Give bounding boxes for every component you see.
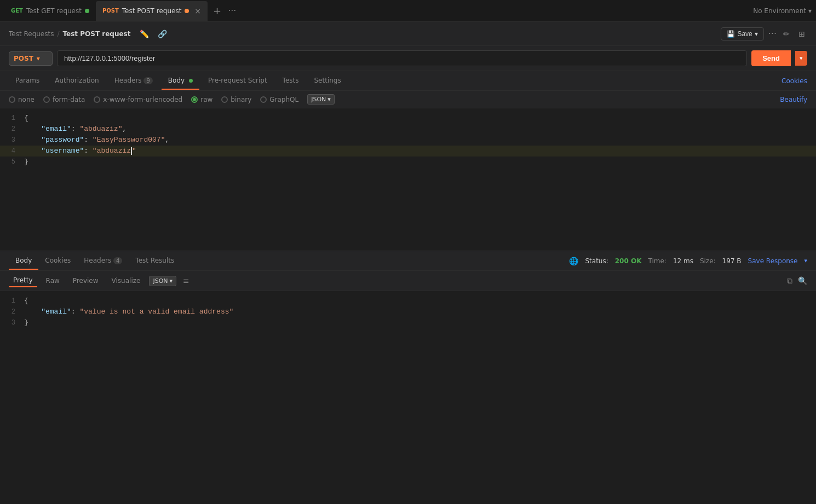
line-content-2: "email": "abduaziz", — [22, 124, 816, 135]
time-label: Time: — [648, 257, 666, 265]
tab-pre-request[interactable]: Pre-request Script — [202, 72, 274, 90]
app-container: GET Test GET request POST Test POST requ… — [0, 0, 816, 504]
status-code: 200 OK — [615, 257, 642, 265]
response-section: Body Cookies Headers 4 Test Results 🌐 St… — [0, 251, 816, 333]
radio-graphql-dot — [260, 96, 267, 103]
response-headers-badge: 4 — [113, 257, 122, 264]
resp-tab-preview[interactable]: Preview — [68, 275, 103, 287]
request-nav-tabs: Params Authorization Headers 9 Body Pre-… — [0, 71, 816, 91]
response-actions: ⧉ 🔍 — [787, 276, 807, 286]
response-tab-cookies[interactable]: Cookies — [38, 252, 77, 270]
url-bar: POST ▾ Send ▾ — [0, 46, 816, 71]
resp-tab-raw[interactable]: Raw — [42, 275, 64, 287]
tab-more-button[interactable]: ··· — [225, 5, 239, 16]
body-type-binary[interactable]: binary — [221, 96, 251, 103]
link-icon[interactable]: 🔗 — [156, 28, 169, 39]
editor-line-5: 5 } — [0, 157, 816, 167]
beautify-button[interactable]: Beautify — [780, 96, 807, 103]
body-type-none[interactable]: none — [9, 96, 35, 103]
tab-tests[interactable]: Tests — [276, 72, 306, 90]
editor-content: 1 { 2 "email": "abduaziz", 3 "password":… — [0, 108, 816, 172]
tab-post-dot — [185, 9, 189, 13]
copy-icon[interactable]: ⧉ — [787, 276, 792, 286]
size-label: Size: — [700, 257, 716, 265]
search-icon[interactable]: 🔍 — [798, 276, 807, 286]
tab-headers[interactable]: Headers 9 — [108, 72, 159, 90]
more-actions-button[interactable]: ··· — [768, 28, 777, 39]
line-number-1: 1 — [0, 113, 22, 124]
tab-body[interactable]: Body — [162, 72, 199, 90]
radio-none-dot — [9, 96, 15, 103]
response-line-number-1: 1 — [0, 296, 22, 306]
headers-badge: 9 — [143, 77, 152, 84]
editor-line-2: 2 "email": "abduaziz", — [0, 124, 816, 135]
breadcrumb: Test Requests / Test POST request — [9, 30, 131, 38]
env-label: No Environment — [753, 7, 806, 15]
response-json-chevron-icon: ▾ — [170, 277, 173, 285]
line-number-4: 4 — [0, 146, 22, 157]
request-editor[interactable]: 1 { 2 "email": "abduaziz", 3 "password":… — [0, 108, 816, 251]
save-button[interactable]: 💾 Save ▾ — [721, 27, 763, 40]
add-tab-button[interactable]: + — [210, 5, 225, 16]
line-number-3: 3 — [0, 135, 22, 146]
editor-line-3: 3 "password": "EasyPassword007", — [0, 135, 816, 146]
breadcrumb-parent[interactable]: Test Requests — [9, 30, 54, 38]
response-json-selector[interactable]: JSON ▾ — [149, 276, 176, 286]
response-line-content-1: { — [22, 296, 816, 306]
response-tab-test-results[interactable]: Test Results — [129, 252, 181, 270]
tab-get-request[interactable]: GET Test GET request — [4, 1, 96, 21]
tab-post-label: Test POST request — [122, 7, 182, 15]
radio-binary-dot — [221, 96, 228, 103]
resp-tab-visualize[interactable]: Visualize — [107, 275, 145, 287]
response-tab-headers[interactable]: Headers 4 — [77, 252, 129, 270]
line-content-3: "password": "EasyPassword007", — [22, 135, 816, 146]
send-caret-button[interactable]: ▾ — [795, 51, 807, 66]
method-selector[interactable]: POST ▾ — [9, 51, 53, 66]
breadcrumb-separator: / — [57, 30, 59, 38]
tab-authorization[interactable]: Authorization — [48, 72, 105, 90]
response-line-content-3: } — [22, 317, 816, 328]
body-type-urlencoded[interactable]: x-www-form-urlencoded — [94, 96, 182, 103]
url-input[interactable] — [57, 50, 747, 66]
response-tabs-bar: Body Cookies Headers 4 Test Results 🌐 St… — [0, 251, 816, 271]
edit-title-button[interactable]: ✏️ — [137, 28, 151, 39]
tab-get-dot — [85, 9, 89, 13]
json-format-selector[interactable]: JSON ▾ — [307, 94, 335, 105]
title-bar: Test Requests / Test POST request ✏️ 🔗 💾… — [0, 22, 816, 46]
body-type-raw[interactable]: raw — [191, 96, 212, 103]
layout-icon[interactable]: ⊞ — [796, 28, 807, 39]
resp-tab-pretty[interactable]: Pretty — [9, 274, 37, 287]
line-number-5: 5 — [0, 157, 22, 167]
response-status: 🌐 Status: 200 OK Time: 12 ms Size: 197 B… — [569, 257, 807, 265]
send-button[interactable]: Send — [751, 50, 791, 66]
tab-get-method: GET — [11, 8, 23, 14]
pencil-icon[interactable]: ✏ — [781, 28, 792, 39]
save-response-button[interactable]: Save Response — [748, 257, 798, 265]
body-type-graphql[interactable]: GraphQL — [260, 96, 298, 103]
editor-line-4: 4 "username": "abduaziz" — [0, 146, 816, 157]
line-content-4: "username": "abduaziz" — [22, 146, 816, 157]
response-line-content-2: "email": "value is not a valid email add… — [22, 306, 816, 317]
environment-selector[interactable]: No Environment ▾ — [753, 7, 812, 15]
method-chevron-icon: ▾ — [37, 55, 40, 62]
tab-bar: GET Test GET request POST Test POST requ… — [0, 0, 816, 22]
line-number-2: 2 — [0, 124, 22, 135]
line-content-5: } — [22, 157, 816, 167]
tab-post-method: POST — [102, 8, 119, 14]
tab-post-request[interactable]: POST Test POST request × — [96, 1, 208, 21]
tab-close-icon[interactable]: × — [194, 7, 201, 15]
tab-params[interactable]: Params — [9, 72, 46, 90]
response-tab-body[interactable]: Body — [9, 252, 38, 270]
radio-urlencoded-dot — [94, 96, 100, 103]
title-icons: ✏️ 🔗 — [137, 28, 169, 39]
body-type-form-data[interactable]: form-data — [43, 96, 85, 103]
response-line-number-2: 2 — [0, 306, 22, 317]
save-response-caret-icon[interactable]: ▾ — [804, 257, 807, 264]
response-line-number-3: 3 — [0, 317, 22, 328]
cookies-link[interactable]: Cookies — [781, 77, 807, 85]
response-editor: 1 { 2 "email": "value is not a valid ema… — [0, 291, 816, 333]
status-label: Status: — [585, 257, 608, 265]
breadcrumb-current: Test POST request — [63, 30, 131, 38]
filter-icon[interactable]: ≡ — [183, 276, 189, 285]
tab-settings[interactable]: Settings — [307, 72, 347, 90]
